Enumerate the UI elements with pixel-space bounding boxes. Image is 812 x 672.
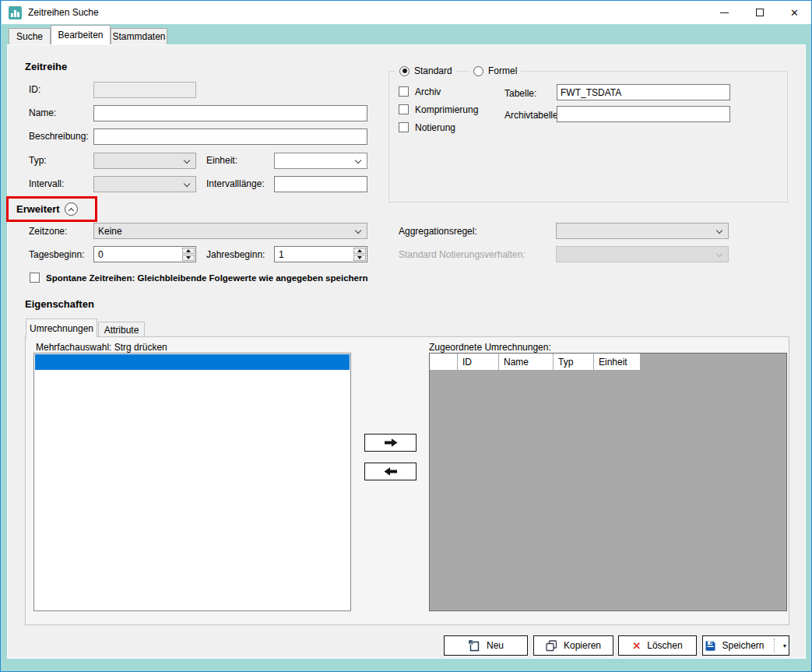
new-document-icon — [468, 639, 480, 652]
radio-standard-icon[interactable] — [399, 66, 410, 76]
tagesbeginn-value: 0 — [98, 249, 104, 260]
tab-bearbeiten-label: Bearbeiten — [58, 30, 103, 40]
notierungsverhalten-label: Standard Notierungsverhalten: — [399, 249, 526, 260]
spin-up-button[interactable] — [182, 248, 195, 254]
intervalllaenge-field[interactable] — [274, 176, 367, 192]
window-title: Zeitreihen Suche — [28, 7, 99, 18]
table-header-einheit[interactable]: Einheit — [594, 354, 641, 370]
triangle-up-icon — [186, 249, 191, 252]
table-header-row: ID Name Typ Einheit — [430, 354, 786, 370]
tab-suche[interactable]: Suche — [9, 28, 51, 44]
archiv-label: Archiv — [415, 86, 441, 97]
beschreibung-label: Beschreibung: — [29, 131, 89, 142]
spontane-checkbox[interactable] — [30, 273, 40, 283]
mehrfachauswahl-label: Mehrfachauswahl: Strg drücken — [36, 342, 167, 353]
kopieren-label: Kopieren — [564, 640, 601, 651]
annotation-red-box: Erweitert — [6, 196, 97, 222]
id-field — [93, 82, 196, 98]
jahresbeginn-stepper[interactable]: 1 — [274, 246, 367, 262]
radio-standard-label: Standard — [414, 65, 452, 76]
arrow-right-icon — [382, 438, 399, 448]
chevron-down-icon — [184, 157, 190, 164]
tabelle-field[interactable] — [557, 84, 730, 100]
name-field[interactable] — [93, 105, 367, 121]
spin-down-button[interactable] — [182, 255, 195, 261]
radio-formel-icon[interactable] — [473, 66, 483, 76]
collapse-button[interactable] — [65, 202, 78, 216]
zeitzone-label: Zeitzone: — [29, 226, 67, 237]
table-header-id[interactable]: ID — [458, 354, 499, 370]
aggregationsregel-dropdown[interactable] — [556, 223, 729, 239]
tabelle-label: Tabelle: — [504, 88, 536, 99]
save-floppy-icon — [705, 640, 716, 652]
intervalllaenge-label: Intervalllänge: — [206, 178, 265, 189]
tab-umrechnungen[interactable]: Umrechnungen — [26, 318, 97, 337]
speichern-dropdown-arrow[interactable]: ▼ — [782, 643, 788, 649]
einheit-dropdown[interactable] — [274, 153, 367, 169]
minimize-icon — [720, 12, 729, 13]
tab-stammdaten[interactable]: Stammdaten — [111, 28, 167, 44]
name-label: Name: — [29, 107, 56, 118]
move-right-button[interactable] — [364, 434, 417, 452]
jahresbeginn-spin-buttons — [353, 248, 366, 261]
chevron-down-icon — [355, 227, 361, 234]
kopieren-button[interactable]: Kopieren — [533, 635, 613, 656]
split-button-separator — [774, 639, 775, 653]
maximize-icon — [756, 9, 764, 16]
tagesbeginn-stepper[interactable]: 0 — [93, 246, 196, 262]
chevron-down-icon — [716, 251, 722, 257]
id-label: ID: — [29, 84, 40, 95]
tab-attribute-label: Attribute — [104, 325, 139, 336]
jahresbeginn-label: Jahresbeginn: — [206, 249, 265, 260]
chevron-down-icon — [184, 181, 190, 187]
zugeordnete-table[interactable]: ID Name Typ Einheit — [429, 353, 787, 611]
loeschen-button[interactable]: ✕ Löschen — [618, 635, 697, 656]
chevron-down-icon — [716, 227, 722, 234]
zeitreihe-heading: Zeitreihe — [25, 61, 67, 72]
spin-down-button[interactable] — [353, 255, 366, 261]
title-bar: Zeitreihen Suche ✕ — [2, 1, 812, 24]
radio-standard[interactable]: Standard — [395, 65, 456, 76]
quelle-groupbox: Standard Formel Archiv Komprimierung Not… — [388, 71, 788, 202]
komprimierung-checkbox[interactable] — [399, 104, 409, 114]
speichern-button[interactable]: Speichern ▼ — [702, 635, 789, 656]
table-header-typ[interactable]: Typ — [554, 354, 594, 370]
beschreibung-field[interactable] — [93, 128, 367, 145]
loeschen-label: Löschen — [647, 640, 682, 651]
maximize-button[interactable] — [742, 1, 777, 24]
minimize-button[interactable] — [707, 1, 742, 24]
spontane-label: Spontane Zeitreihen: Gleichbleibende Fol… — [46, 273, 367, 283]
neu-button[interactable]: Neu — [444, 635, 528, 656]
archivtabelle-field[interactable] — [557, 106, 730, 122]
tab-stammdaten-label: Stammdaten — [112, 31, 165, 42]
zeitzone-value: Keine — [98, 226, 122, 237]
zugeordnete-label: Zugeordnete Umrechnungen: — [429, 342, 551, 353]
zeitzone-dropdown[interactable]: Keine — [93, 223, 367, 239]
triangle-down-icon — [186, 256, 191, 259]
umrechnungen-panel: Mehrfachauswahl: Strg drücken Zugeordnet… — [25, 336, 789, 625]
tab-suche-label: Suche — [16, 31, 43, 42]
tagesbeginn-spin-buttons — [182, 248, 195, 261]
move-left-button[interactable] — [364, 463, 417, 480]
umrechnungen-listbox[interactable] — [33, 353, 351, 611]
eigenschaften-heading: Eigenschaften — [25, 298, 94, 310]
table-header-selector[interactable] — [430, 354, 458, 370]
tab-bearbeiten[interactable]: Bearbeiten — [51, 25, 111, 44]
erweitert-heading: Erweitert — [16, 203, 60, 215]
tab-attribute[interactable]: Attribute — [98, 322, 145, 337]
archiv-checkbox[interactable] — [399, 86, 409, 97]
typ-label: Typ: — [29, 155, 47, 166]
intervall-dropdown — [93, 176, 196, 192]
radio-formel[interactable]: Formel — [469, 65, 521, 76]
jahresbeginn-value: 1 — [279, 249, 284, 260]
app-icon — [9, 6, 22, 19]
listbox-selected-row[interactable] — [35, 354, 350, 370]
spin-up-button[interactable] — [353, 248, 366, 254]
application-window: Zeitreihen Suche ✕ Suche Bearbeiten Stam… — [0, 0, 812, 672]
radio-formel-label: Formel — [488, 65, 517, 76]
bearbeiten-panel: Zeitreihe ID: Name: Beschreibung: Typ: E… — [7, 44, 806, 659]
table-header-name[interactable]: Name — [499, 354, 554, 370]
neu-label: Neu — [487, 640, 504, 651]
notierung-checkbox[interactable] — [399, 122, 409, 132]
close-button[interactable]: ✕ — [777, 1, 812, 24]
